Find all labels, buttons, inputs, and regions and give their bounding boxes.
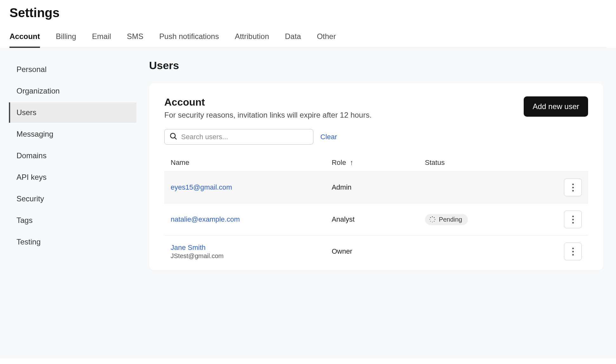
sidebar-item-security[interactable]: Security [9, 189, 136, 209]
pending-spinner-icon [429, 216, 436, 223]
sort-ascending-icon: ↑ [350, 159, 353, 166]
user-email: JStest@gmail.com [171, 252, 319, 260]
user-name-link[interactable]: eyes15@gmail.com [171, 183, 232, 191]
column-header-role-label: Role [332, 159, 346, 166]
user-role: Admin [325, 172, 419, 204]
tab-push-notifications[interactable]: Push notifications [159, 28, 219, 48]
svg-point-8 [429, 219, 430, 220]
tab-sms[interactable]: SMS [127, 28, 143, 48]
user-name-link[interactable]: natalie@example.com [171, 215, 240, 223]
status-badge: Pending [425, 214, 468, 225]
table-row: natalie@example.com Analyst Pending [164, 204, 588, 236]
sidebar-item-organization[interactable]: Organization [9, 81, 136, 101]
add-new-user-button[interactable]: Add new user [524, 96, 588, 117]
tab-data[interactable]: Data [285, 28, 301, 48]
column-header-role[interactable]: Role ↑ [325, 154, 419, 172]
svg-point-7 [430, 221, 431, 222]
user-role: Analyst [325, 204, 419, 236]
column-header-name[interactable]: Name [164, 154, 325, 172]
user-name-link[interactable]: Jane Smith [171, 244, 319, 252]
card-title: Account [164, 96, 372, 108]
user-status [419, 172, 537, 204]
account-card: Account For security reasons, invitation… [149, 83, 603, 270]
page-title: Settings [10, 6, 606, 20]
svg-point-2 [432, 216, 433, 217]
svg-point-5 [434, 221, 434, 222]
sidebar-item-personal[interactable]: Personal [9, 59, 136, 80]
tab-other[interactable]: Other [317, 28, 336, 48]
card-subtitle: For security reasons, invitation links w… [164, 111, 372, 120]
kebab-icon [572, 216, 574, 224]
status-badge-label: Pending [439, 216, 462, 223]
search-input-wrap[interactable] [164, 129, 313, 145]
table-row: Jane Smith JStest@gmail.com Owner [164, 236, 588, 268]
kebab-icon [572, 248, 574, 256]
sidebar-item-domains[interactable]: Domains [9, 146, 136, 166]
row-actions-button[interactable] [564, 211, 582, 228]
section-title: Users [149, 59, 603, 72]
tab-billing[interactable]: Billing [56, 28, 76, 48]
svg-point-9 [430, 217, 431, 218]
search-input[interactable] [181, 133, 309, 141]
sidebar-item-tags[interactable]: Tags [9, 210, 136, 231]
search-icon [169, 132, 181, 142]
kebab-icon [572, 184, 574, 192]
main-content: Users Account For security reasons, invi… [136, 48, 616, 359]
user-role: Owner [325, 236, 419, 268]
tabs: Account Billing Email SMS Push notificat… [10, 28, 606, 48]
sidebar-item-users[interactable]: Users [9, 102, 136, 123]
clear-search-link[interactable]: Clear [320, 133, 337, 141]
tab-attribution[interactable]: Attribution [235, 28, 269, 48]
svg-point-3 [434, 217, 435, 218]
sidebar-item-api-keys[interactable]: API keys [9, 167, 136, 187]
tab-email[interactable]: Email [92, 28, 111, 48]
sidebar-item-messaging[interactable]: Messaging [9, 124, 136, 144]
user-status [419, 236, 537, 268]
users-table: Name Role ↑ Status eyes15@gmai [164, 154, 588, 267]
row-actions-button[interactable] [564, 179, 582, 196]
svg-line-1 [175, 138, 176, 139]
svg-point-6 [432, 222, 432, 222]
svg-point-4 [435, 219, 436, 220]
column-header-status[interactable]: Status [419, 154, 537, 172]
sidebar: Personal Organization Users Messaging Do… [0, 48, 136, 359]
tab-account[interactable]: Account [10, 28, 40, 48]
sidebar-item-testing[interactable]: Testing [9, 232, 136, 252]
row-actions-button[interactable] [564, 243, 582, 260]
table-row: eyes15@gmail.com Admin [164, 172, 588, 204]
